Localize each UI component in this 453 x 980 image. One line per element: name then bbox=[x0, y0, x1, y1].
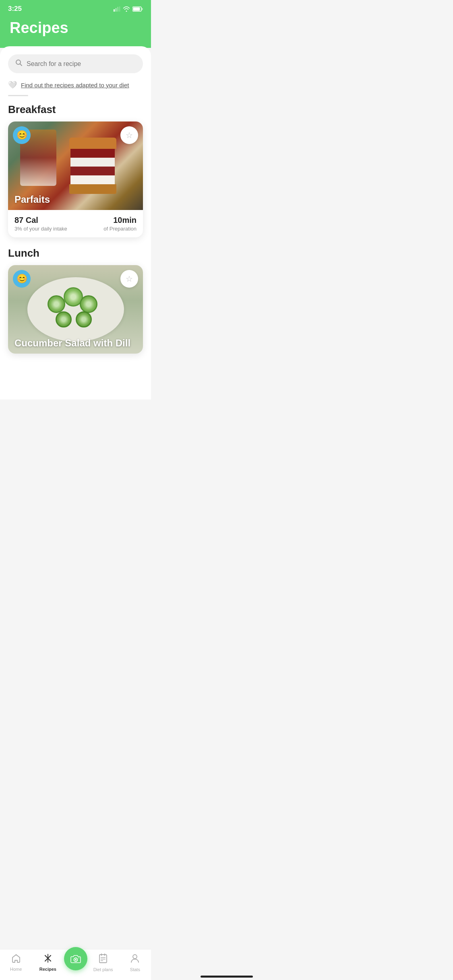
recipe-card-parfait[interactable]: 😊 ☆ Parfaits 87 Cal 3% of your daily int… bbox=[8, 121, 143, 237]
search-input[interactable] bbox=[27, 60, 136, 68]
battery-icon bbox=[132, 6, 143, 12]
search-icon bbox=[15, 59, 23, 68]
main-content: 🤍 Find out the recipes adapted to your d… bbox=[0, 46, 151, 399]
svg-rect-2 bbox=[117, 7, 118, 12]
parfait-image: 😊 ☆ Parfaits bbox=[8, 121, 143, 210]
header: Recipes bbox=[0, 16, 151, 48]
svg-line-8 bbox=[20, 64, 22, 66]
recipe-name-cucumber: Cucumber Salad with Dill bbox=[14, 338, 130, 349]
search-bar[interactable] bbox=[8, 54, 143, 73]
svg-rect-1 bbox=[116, 8, 117, 12]
recipe-card-cucumber[interactable]: 😊 ☆ Cucumber Salad with Dill bbox=[8, 265, 143, 354]
svg-rect-3 bbox=[119, 6, 120, 12]
page-title: Recipes bbox=[10, 19, 141, 37]
recipe-calories: 87 Cal bbox=[14, 216, 67, 225]
favorite-button-parfait[interactable]: ☆ bbox=[120, 126, 138, 144]
status-time: 3:25 bbox=[8, 5, 22, 13]
recipe-prep-time: 10min bbox=[103, 216, 137, 225]
diet-link-row[interactable]: 🤍 Find out the recipes adapted to your d… bbox=[8, 80, 143, 89]
svg-rect-0 bbox=[114, 9, 115, 12]
cucumber-image: 😊 ☆ Cucumber Salad with Dill bbox=[8, 265, 143, 354]
recipe-prep-label: of Preparation bbox=[103, 226, 137, 232]
status-bar: 3:25 bbox=[0, 0, 151, 16]
status-icons bbox=[114, 6, 143, 12]
section-title-breakfast: Breakfast bbox=[8, 103, 143, 116]
wifi-icon bbox=[123, 6, 130, 12]
recipe-intake: 3% of your daily intake bbox=[14, 226, 67, 232]
favorite-button-cucumber[interactable]: ☆ bbox=[120, 270, 138, 288]
recipe-cal-section: 87 Cal 3% of your daily intake bbox=[14, 216, 67, 232]
svg-rect-5 bbox=[133, 7, 140, 10]
emoji-badge-cucumber: 😊 bbox=[13, 270, 31, 288]
heart-icon: 🤍 bbox=[8, 80, 17, 89]
divider bbox=[8, 95, 28, 96]
recipe-time-section: 10min of Preparation bbox=[103, 216, 137, 232]
diet-link[interactable]: Find out the recipes adapted to your die… bbox=[21, 82, 129, 89]
svg-rect-6 bbox=[142, 8, 143, 10]
emoji-badge-parfait: 😊 bbox=[13, 126, 31, 144]
recipe-info-parfait: 87 Cal 3% of your daily intake 10min of … bbox=[8, 210, 143, 237]
section-title-lunch: Lunch bbox=[8, 247, 143, 259]
recipe-name-parfait: Parfaits bbox=[14, 194, 50, 205]
signal-icon bbox=[114, 6, 120, 12]
